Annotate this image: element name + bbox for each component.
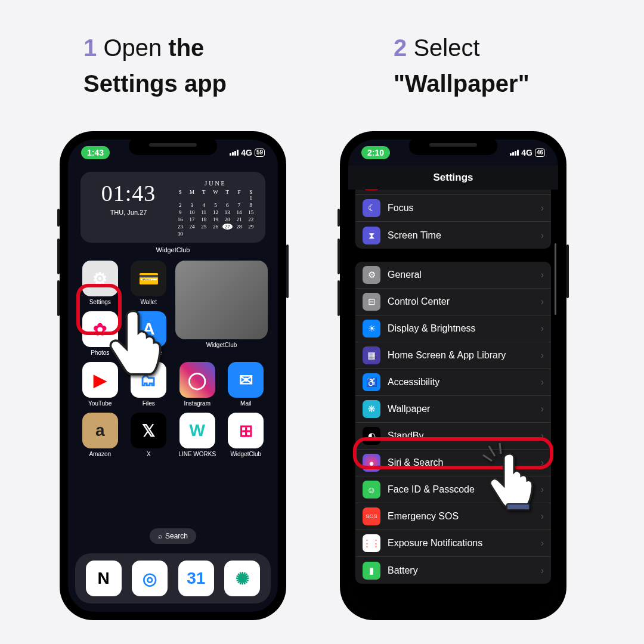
app-wallet[interactable]: 💳Wallet	[127, 261, 171, 305]
app-photos[interactable]: ✿Photos	[78, 311, 122, 356]
settings-icon: ☺	[363, 481, 380, 499]
settings-icon: ⧗	[363, 227, 380, 244]
settings-row-screen-time[interactable]: ⧗Screen Time›	[355, 222, 551, 249]
settings-row-exposure-notifications[interactable]: ⋮⋮Exposure Notifications›	[355, 530, 551, 557]
status-time: 1:43	[81, 146, 110, 159]
dock-calendar[interactable]: 31	[178, 561, 214, 596]
settings-row-face-id-passcode[interactable]: ☺Face ID & Passcode›	[355, 476, 551, 503]
chevron-right-icon: ›	[541, 484, 544, 495]
settings-list[interactable]: 🔊Sounds & Haptics›☾Focus›⧗Screen Time›⚙G…	[348, 190, 558, 612]
search-pill[interactable]: ⌕ Search	[150, 528, 196, 544]
settings-row-control-center[interactable]: ⊟Control Center›	[355, 289, 551, 315]
chevron-right-icon: ›	[541, 323, 544, 334]
chevron-right-icon: ›	[541, 538, 544, 549]
clock-calendar-widget[interactable]: 01:43 THU, Jun.27 JUNE SMTWTFS 123456789…	[80, 172, 265, 243]
settings-icon: ❋	[363, 400, 380, 418]
chevron-right-icon: ›	[541, 457, 544, 468]
app-youtube[interactable]: ▶YouTube	[78, 362, 122, 407]
phone-1-frame: 1:43 4G 59 01:43 THU, Jun.27 JUNE SMTWTF…	[60, 131, 286, 620]
settings-icon: ◐	[363, 427, 380, 445]
chevron-right-icon: ›	[541, 203, 544, 213]
settings-icon: 🔊	[363, 190, 380, 190]
app-x[interactable]: 𝕏X	[127, 413, 171, 457]
settings-icon: ☾	[363, 199, 380, 217]
app-settings[interactable]: ⚙Settings	[78, 261, 122, 305]
signal-icon	[230, 150, 239, 156]
dock-safari[interactable]: ◎	[132, 561, 168, 596]
app-instagram[interactable]: ◯Instagram	[175, 362, 219, 407]
settings-row-display-brightness[interactable]: ☀Display & Brightness›	[355, 315, 551, 342]
widget-date: THU, Jun.27	[90, 209, 167, 216]
settings-row-sounds-haptics[interactable]: 🔊Sounds & Haptics›	[355, 190, 551, 195]
status-bar: 2:10 4G 46	[348, 140, 558, 166]
step-2-title: 2 Select "Wallpaper"	[394, 30, 608, 101]
settings-row-battery[interactable]: ▮Battery›	[355, 557, 551, 584]
signal-icon	[510, 150, 519, 156]
settings-icon: ☀	[363, 320, 380, 338]
settings-row-accessibility[interactable]: ♿Accessibility›	[355, 369, 551, 396]
network-label: 4G	[241, 148, 252, 157]
widget-time: 01:43	[90, 180, 167, 206]
step-1-title: 1 Open the Settings app	[83, 30, 310, 101]
settings-row-emergency-sos[interactable]: SOSEmergency SOS›	[355, 503, 551, 530]
app-app-store[interactable]: AApp Store	[127, 311, 171, 356]
chevron-right-icon: ›	[541, 377, 544, 388]
settings-icon: ●	[363, 454, 380, 472]
status-bar: 1:43 4G 59	[68, 140, 278, 166]
dock-notion[interactable]: N	[86, 561, 122, 596]
dock-chatgpt[interactable]: ✺	[224, 561, 260, 596]
settings-icon: ⚙	[363, 266, 380, 284]
app-line-works[interactable]: WLINE WORKS	[175, 413, 219, 457]
settings-row-general[interactable]: ⚙General›	[355, 262, 551, 289]
chevron-right-icon: ›	[541, 230, 544, 241]
app-amazon[interactable]: aAmazon	[78, 413, 122, 457]
settings-icon: ♿	[363, 373, 380, 391]
chevron-right-icon: ›	[541, 296, 544, 307]
widget-label: WidgetClub	[68, 246, 278, 253]
chevron-right-icon: ›	[541, 565, 544, 576]
battery-icon: 46	[535, 148, 545, 157]
app-widgetclub[interactable]: ⊞WidgetClub	[224, 413, 268, 457]
dock: N◎31✺	[75, 553, 271, 603]
phone-2-frame: 2:10 4G 46 Settings 🔊Sounds & Haptics›☾F…	[340, 131, 566, 620]
chevron-right-icon: ›	[541, 511, 544, 522]
app-files[interactable]: 🗂Files	[127, 362, 171, 407]
settings-row-standby[interactable]: ◐StandBy›	[355, 423, 551, 450]
battery-icon: 59	[255, 148, 265, 157]
settings-icon: ▦	[363, 346, 380, 364]
settings-icon: ⋮⋮	[363, 534, 380, 552]
settings-screen: 2:10 4G 46 Settings 🔊Sounds & Haptics›☾F…	[348, 140, 558, 612]
network-label: 4G	[521, 148, 532, 157]
nav-title: Settings	[348, 166, 558, 190]
chevron-right-icon: ›	[541, 404, 544, 414]
settings-icon: ▮	[363, 562, 380, 580]
home-screen: 1:43 4G 59 01:43 THU, Jun.27 JUNE SMTWTF…	[68, 140, 278, 612]
search-icon: ⌕	[158, 532, 162, 540]
settings-row-siri-search[interactable]: ●Siri & Search›	[355, 450, 551, 476]
settings-icon: ⊟	[363, 293, 380, 311]
chevron-right-icon: ›	[541, 270, 544, 280]
settings-row-focus[interactable]: ☾Focus›	[355, 195, 551, 222]
calendar-grid: JUNE SMTWTFS 123456789101112131415161718…	[175, 180, 256, 237]
chevron-right-icon: ›	[541, 350, 544, 361]
scrollbar[interactable]	[555, 243, 556, 315]
chevron-right-icon: ›	[541, 431, 544, 441]
settings-row-home-screen-app-library[interactable]: ▦Home Screen & App Library›	[355, 342, 551, 369]
photo-widget[interactable]: WidgetClub	[175, 261, 268, 356]
settings-row-wallpaper[interactable]: ❋Wallpaper›	[355, 396, 551, 423]
settings-icon: SOS	[363, 507, 380, 525]
app-mail[interactable]: ✉Mail	[224, 362, 268, 407]
status-time: 2:10	[361, 146, 390, 159]
